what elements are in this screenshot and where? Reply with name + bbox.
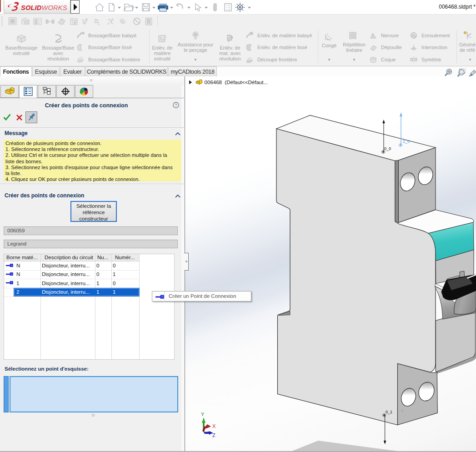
svg-text:?: ? xyxy=(175,102,177,107)
svg-text:SOLIDWORKS: SOLIDWORKS xyxy=(21,4,67,11)
svg-text:1_0: 1_0 xyxy=(403,139,410,144)
svg-text:0_0: 0_0 xyxy=(384,146,391,151)
svg-text:0_1: 0_1 xyxy=(386,410,392,414)
svg-text:Y: Y xyxy=(201,412,205,417)
svg-text:Z: Z xyxy=(212,432,215,438)
svg-text:X: X xyxy=(212,423,216,429)
